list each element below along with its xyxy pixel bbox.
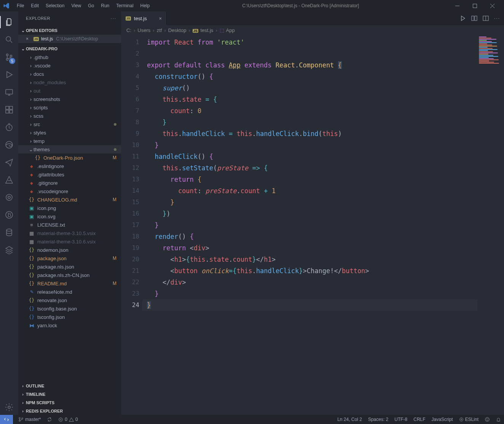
file-tsconfig-json[interactable]: tsconfig.json (18, 313, 121, 321)
code-line[interactable]: super() (147, 82, 477, 94)
cursor-position[interactable]: Ln 24, Col 2 (334, 417, 365, 422)
sidebar-more-icon[interactable]: ··· (111, 16, 116, 21)
activity-send-icon[interactable] (0, 155, 18, 170)
code-line[interactable]: constructor() { (147, 71, 477, 82)
file-icon-png[interactable]: icon.png (18, 204, 121, 212)
file-package-json[interactable]: package.jsonM (18, 254, 121, 262)
split-editor-icon[interactable] (483, 15, 489, 21)
activity-search-icon[interactable] (0, 32, 18, 47)
folder-node-modules[interactable]: ›node_modules (18, 78, 121, 86)
encoding[interactable]: UTF-8 (391, 417, 410, 422)
code-line[interactable]: }) (147, 208, 477, 219)
code-line[interactable]: } (147, 139, 477, 151)
file-icon-svg[interactable]: icon.svg (18, 212, 121, 221)
close-icon[interactable]: × (26, 36, 33, 42)
activity-bitcoin-icon[interactable] (0, 207, 18, 222)
folder-screenshots[interactable]: ›screenshots (18, 95, 121, 103)
code-line[interactable]: count: 0 (147, 105, 477, 117)
breadcrumb-item[interactable]: C: (126, 27, 131, 33)
activity-run-debug-icon[interactable] (0, 67, 18, 82)
folder-out[interactable]: ›out (18, 86, 121, 95)
code-line[interactable]: export default class App extends React.C… (147, 59, 477, 71)
folder-docs[interactable]: ›docs (18, 70, 121, 78)
open-editor-item[interactable]: × test.js C:\Users\ztf\Desktop (18, 35, 121, 43)
minimize-button[interactable] (448, 0, 466, 11)
file-tsconfig-base-json[interactable]: tsconfig.base.json (18, 304, 121, 313)
breadcrumb-item[interactable]: Desktop (168, 27, 187, 33)
maximize-button[interactable] (466, 0, 483, 11)
breadcrumb-item[interactable]: ztf (157, 27, 162, 33)
breadcrumb-item[interactable]: JS test.js (193, 27, 214, 33)
code-line[interactable]: </div> (147, 277, 477, 288)
section-timeline[interactable]: ›TIMELINE (18, 390, 121, 398)
feedback-icon[interactable] (482, 417, 493, 422)
code-line[interactable]: this.handleClick = this.handleClick.bind… (147, 128, 477, 139)
project-section-header[interactable]: ⌄ ONEDARK-PRO (18, 45, 121, 53)
code-line[interactable]: } (147, 219, 477, 231)
folder-themes[interactable]: ⌄themes (18, 145, 121, 154)
activity-settings-icon[interactable] (0, 400, 18, 415)
remote-indicator[interactable] (0, 415, 13, 424)
problems-indicator[interactable]: 0 0 (55, 417, 81, 422)
file-package-nls-json[interactable]: package.nls.json (18, 262, 121, 271)
folder--vscode[interactable]: ›.vscode (18, 61, 121, 70)
code-line[interactable]: } (147, 197, 477, 208)
activity-layers-icon[interactable] (0, 242, 18, 258)
file-nodemon-json[interactable]: nodemon.json (18, 246, 121, 254)
code-area[interactable]: import React from 'react'export default … (145, 35, 477, 415)
run-icon[interactable] (460, 15, 466, 21)
menu-help[interactable]: Help (137, 2, 153, 10)
breadcrumb-item[interactable]: Users (137, 27, 150, 33)
menu-terminal[interactable]: Terminal (113, 2, 136, 10)
sync-button[interactable] (44, 417, 55, 422)
open-editors-section[interactable]: ⌄ OPEN EDITORS (18, 26, 121, 35)
menu-file[interactable]: File (14, 2, 27, 10)
notifications-icon[interactable] (493, 417, 504, 422)
minimap[interactable] (477, 35, 504, 415)
code-line[interactable]: this.state = { (147, 94, 477, 105)
folder-styles[interactable]: ›styles (18, 128, 121, 137)
split-horizontal-icon[interactable] (471, 15, 477, 21)
section-redis-explorer[interactable]: ›REDIS EXPLORER (18, 406, 121, 415)
folder--github[interactable]: ›.github (18, 53, 121, 61)
close-button[interactable] (483, 0, 501, 11)
file--eslintignore[interactable]: .eslintignore (18, 162, 121, 170)
close-icon[interactable]: × (159, 16, 162, 21)
code-line[interactable] (147, 48, 477, 59)
code-line[interactable]: return <div> (147, 242, 477, 254)
activity-extensions-icon[interactable] (0, 102, 18, 117)
file-changelog-md[interactable]: CHANGELOG.mdM (18, 195, 121, 204)
code-line[interactable]: } (147, 288, 477, 299)
activity-timer-icon[interactable] (0, 120, 18, 135)
breadcrumb-item[interactable]: ⬚ App (220, 27, 235, 33)
activity-explorer-icon[interactable] (0, 14, 18, 30)
code-line[interactable]: <button onClick={this.handleClick}>Chang… (147, 265, 477, 277)
file-license-txt[interactable]: LICENSE.txt (18, 221, 121, 229)
menu-run[interactable]: Run (98, 2, 112, 10)
file-readme-md[interactable]: README.mdM (18, 279, 121, 288)
indentation[interactable]: Spaces: 2 (365, 417, 391, 422)
file-material-theme-3-10-5-vsix[interactable]: material-theme-3.10.5.vsix (18, 229, 121, 237)
language-mode[interactable]: JavaScript (429, 417, 456, 422)
activity-source-control-icon[interactable]: 5 (0, 50, 18, 65)
section-npm-scripts[interactable]: ›NPM SCRIPTS (18, 398, 121, 406)
activity-azure-icon[interactable] (0, 172, 18, 187)
menu-go[interactable]: Go (85, 2, 97, 10)
activity-target-icon[interactable] (0, 190, 18, 205)
more-icon[interactable]: ··· (494, 16, 500, 21)
eol[interactable]: CRLF (410, 417, 428, 422)
file-onedark-pro-json[interactable]: OneDark-Pro.jsonM (18, 154, 121, 162)
file-material-theme-3-10-6-vsix[interactable]: material-theme-3.10.6.vsix (18, 237, 121, 246)
menu-edit[interactable]: Edit (28, 2, 42, 10)
code-line[interactable]: handleClick() { (147, 151, 477, 162)
file-releasenote-md[interactable]: releaseNote.md (18, 288, 121, 296)
file--gitattributes[interactable]: .gitattributes (18, 170, 121, 179)
activity-database-icon[interactable] (0, 225, 18, 240)
code-line[interactable]: this.setState(preState => { (147, 162, 477, 174)
file-package-nls-zh-cn-json[interactable]: package.nls.zh-CN.json (18, 271, 121, 279)
folder-src[interactable]: ›src (18, 120, 121, 128)
activity-remote-explorer-icon[interactable] (0, 85, 18, 100)
eslint-status[interactable]: ESLint (456, 417, 482, 422)
section-outline[interactable]: ›OUTLINE (18, 381, 121, 390)
file-yarn-lock[interactable]: yarn.lock (18, 321, 121, 330)
